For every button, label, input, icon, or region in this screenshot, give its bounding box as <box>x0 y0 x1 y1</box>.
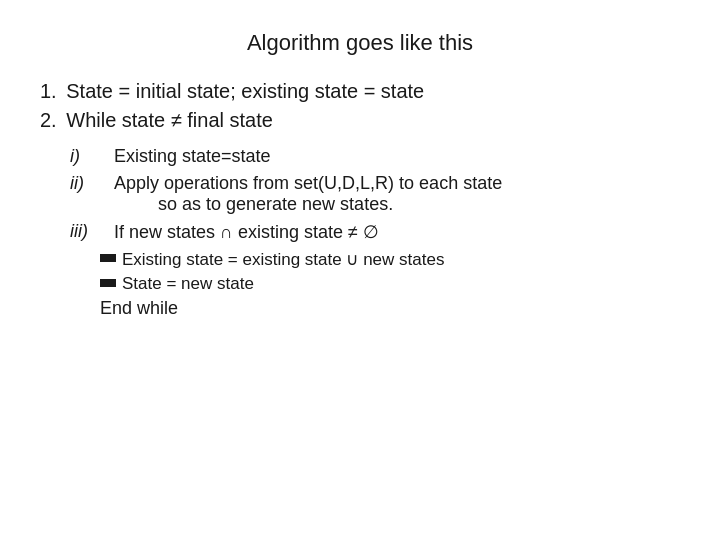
sub-label-ii: ii) <box>70 173 114 194</box>
sub-item-iii: iii) If new states ∩ existing state ≠ ∅ <box>70 221 680 243</box>
bullet-item-2: State = new state <box>100 274 680 294</box>
item2-number: 2. <box>40 109 57 131</box>
sub-label-i: i) <box>70 146 114 167</box>
sub-text-i: Existing state=state <box>114 146 680 167</box>
bullet-list: Existing state = existing state ∪ new st… <box>70 249 680 294</box>
bullet-marker-2 <box>100 279 116 287</box>
bullet-marker-1 <box>100 254 116 262</box>
end-while: End while <box>70 298 680 319</box>
item2-text: While state ≠ final state <box>66 109 273 131</box>
sub-item-i: i) Existing state=state <box>70 146 680 167</box>
list-item-2: 2. While state ≠ final state <box>40 109 680 132</box>
bullet-text-1: Existing state = existing state ∪ new st… <box>122 249 444 270</box>
page-title: Algorithm goes like this <box>40 30 680 56</box>
sub-item-ii: ii) Apply operations from set(U,D,L,R) t… <box>70 173 680 215</box>
sub-text-ii-line1: Apply operations from set(U,D,L,R) to ea… <box>114 173 680 194</box>
item1-text: State = initial state; existing state = … <box>66 80 424 102</box>
item1-number: 1. <box>40 80 57 102</box>
sub-label-iii: iii) <box>70 221 114 242</box>
bullet-text-2: State = new state <box>122 274 254 294</box>
sub-text-ii-line2: so as to generate new states. <box>114 194 680 215</box>
list-item-1: 1. State = initial state; existing state… <box>40 80 680 103</box>
bullet-item-1: Existing state = existing state ∪ new st… <box>100 249 680 270</box>
sub-content: i) Existing state=state ii) Apply operat… <box>40 146 680 319</box>
sub-text-ii: Apply operations from set(U,D,L,R) to ea… <box>114 173 680 215</box>
sub-text-iii: If new states ∩ existing state ≠ ∅ <box>114 221 680 243</box>
